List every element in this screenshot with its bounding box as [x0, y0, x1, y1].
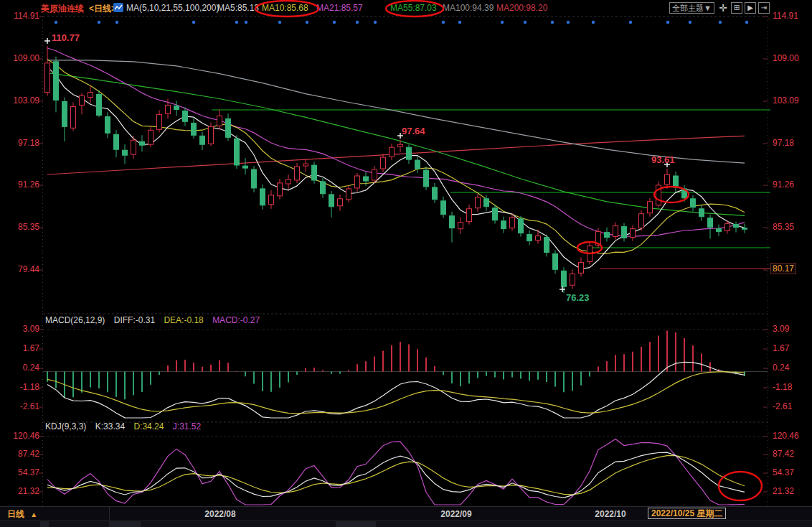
ma21-value: MA21:85.57	[316, 3, 363, 13]
main-price-chart-region[interactable]	[0, 16, 812, 314]
scrollbar-segment	[40, 521, 49, 527]
last-level-price-marker: 80.17	[770, 263, 796, 274]
period-tab-label: 日线	[7, 509, 24, 519]
triangle-up-icon: ▲	[30, 510, 37, 518]
axis-tick-label: 54.37	[2, 467, 39, 477]
axis-tick-label: 79.44	[2, 264, 39, 274]
bottom-bar-divider	[109, 507, 110, 520]
axis-tick-label: 109.00	[2, 53, 39, 63]
crosshair-icon[interactable]: ✛	[717, 2, 729, 14]
axis-tick-label: -1.18	[2, 382, 39, 392]
axis-tick-label: 91.26	[2, 179, 39, 190]
theme-selector-button[interactable]: 全部主题▼	[669, 2, 714, 14]
trading-app-window: 美原油连续 <日线> MA(5,10,21,55,100,200) MA5:85…	[0, 0, 812, 527]
macd-dea-value: DEA:-0.18	[164, 315, 203, 325]
axis-tick-label: 120.46	[773, 431, 810, 441]
scrollbar-segment	[336, 521, 376, 527]
axis-tick-label: 97.18	[2, 138, 39, 148]
axis-tick-label: 1.67	[2, 343, 39, 353]
month-axis-label: 2022/09	[440, 509, 471, 519]
macd-panel-region[interactable]	[0, 314, 812, 420]
axis-tick-label: 3.09	[2, 324, 39, 334]
axis-tick-label: 3.09	[773, 324, 810, 334]
axis-tick-label: 1.67	[773, 343, 810, 353]
kdj-panel-title: KDJ(9,3,3) K:33.34 D:34.24 J:31.52	[45, 421, 207, 432]
macd-params-label: MACD(26,12,9)	[45, 315, 105, 325]
symbol-title[interactable]: 美原油连续	[41, 3, 84, 15]
axis-tick-label: 0.24	[2, 363, 39, 373]
axis-tick-label: 21.32	[2, 486, 39, 496]
kdj-params-label: KDJ(9,3,3)	[45, 421, 86, 432]
ma-params-label: MA(5,10,21,55,100,200)	[126, 3, 219, 13]
ma100-value: MA100:94.39	[443, 3, 494, 13]
axis-tick-label: 109.00	[773, 53, 810, 63]
kdj-d-value: D:34.24	[133, 421, 164, 432]
axis-tick-label: 114.91	[2, 11, 39, 21]
axis-tick-label: 114.91	[773, 11, 810, 21]
axis-tick-label: -2.61	[2, 401, 39, 411]
axis-tick-label: 87.42	[2, 449, 39, 459]
fit-chart-icon[interactable]: ⊞	[731, 2, 742, 14]
scrollbar-segment	[109, 521, 141, 527]
period-tab-daily[interactable]: 日线 ▲	[7, 508, 37, 521]
ma55-value: MA55:87.03	[390, 3, 437, 13]
kdj-k-value: K:33.34	[95, 421, 125, 432]
axis-tick-label: 85.35	[773, 222, 810, 232]
axis-tick-label: 91.26	[773, 179, 810, 190]
kdj-j-value: J:31.52	[173, 421, 201, 432]
macd-diff-value: DIFF:-0.31	[114, 315, 155, 325]
play-icon[interactable]: ▶	[745, 2, 756, 14]
axis-tick-label: 87.42	[773, 449, 810, 459]
axis-tick-label: 120.46	[2, 431, 39, 441]
axis-tick-label: 97.18	[773, 138, 810, 148]
axis-tick-label: -1.18	[773, 382, 810, 392]
bottom-bar: 日线 ▲ 2022/082022/092022/10 2022/10/25 星期…	[0, 506, 812, 527]
month-axis-label: 2022/08	[204, 509, 235, 519]
axis-tick-label: 85.35	[2, 222, 39, 232]
kdj-panel-region[interactable]	[0, 420, 812, 506]
axis-tick-label: 21.32	[773, 486, 810, 496]
jump-end-icon[interactable]: ⇥	[758, 2, 770, 14]
period-tag: <日线>	[89, 3, 116, 15]
macd-macd-value: MACD:-0.27	[212, 315, 260, 325]
ma200-value: MA200:98.20	[496, 3, 547, 13]
ma5-value: MA5:85.13	[217, 3, 259, 13]
macd-panel-title: MACD(26,12,9) DIFF:-0.31 DEA:-0.18 MACD:…	[45, 315, 266, 325]
line-chart-icon[interactable]	[113, 3, 123, 12]
axis-tick-label: 0.24	[773, 363, 810, 373]
selected-date-badge: 2022/10/25 星期二	[648, 508, 726, 519]
axis-tick-label: 103.09	[773, 95, 810, 106]
axis-tick-label: 54.37	[773, 467, 810, 477]
chart-header: 美原油连续 <日线> MA(5,10,21,55,100,200) MA5:85…	[0, 0, 812, 16]
horizontal-scrollbar[interactable]	[0, 520, 812, 527]
axis-tick-label: 103.09	[2, 95, 39, 106]
month-axis-label: 2022/10	[595, 509, 625, 519]
ma10-value: MA10:85.68	[262, 3, 308, 13]
axis-tick-label: -2.61	[773, 401, 810, 411]
